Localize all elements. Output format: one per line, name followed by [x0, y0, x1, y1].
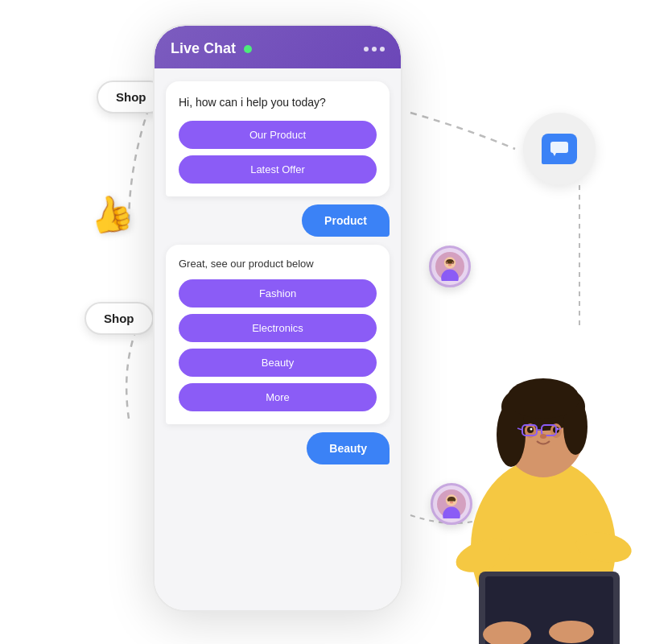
bot-bubble-2: Great, see our product below Fashion Ele… [166, 245, 390, 424]
woman-illustration [414, 258, 672, 644]
svg-point-45 [549, 621, 594, 643]
btn-our-product[interactable]: Our Product [179, 121, 377, 149]
btn-more[interactable]: More [179, 383, 377, 411]
user-bubble-beauty: Beauty [307, 432, 390, 464]
thumbs-up-icon: 👍 [84, 188, 138, 240]
btn-beauty[interactable]: Beauty [179, 349, 377, 377]
bot-message-1-text: Hi, how can i help you today? [179, 94, 377, 111]
bot-message-2-text: Great, see our product below [179, 258, 377, 270]
menu-dot-1 [364, 47, 369, 52]
user-bubble-product: Product [302, 204, 390, 237]
btn-latest-offer[interactable]: Latest Offer [179, 155, 377, 184]
btn-electronics[interactable]: Electronics [179, 314, 377, 342]
online-indicator [244, 45, 252, 53]
user-message-1-wrap: Product [166, 204, 390, 237]
chat-body: Hi, how can i help you today? Our Produc… [155, 68, 401, 610]
bot-bubble-1: Hi, how can i help you today? Our Produc… [166, 81, 390, 196]
svg-point-33 [530, 428, 533, 431]
svg-marker-1 [553, 153, 556, 156]
phone-mockup: Live Chat Hi, how can i help you today? … [153, 24, 402, 612]
btn-fashion[interactable]: Fashion [179, 279, 377, 308]
chat-menu-dots[interactable] [364, 47, 385, 52]
svg-rect-0 [550, 142, 568, 153]
chat-title: Live Chat [171, 40, 236, 57]
chat-bubble-icon [542, 134, 577, 164]
shop-badge-bottom-label: Shop [104, 312, 134, 325]
shop-badge-bottom[interactable]: Shop [85, 302, 154, 335]
chat-header: Live Chat [155, 26, 401, 68]
chat-header-left: Live Chat [171, 40, 252, 57]
main-scene: Shop Shop 👍 [0, 0, 672, 644]
menu-dot-2 [372, 47, 377, 52]
chat-icon-circle [523, 113, 596, 185]
svg-point-28 [507, 378, 579, 419]
menu-dot-3 [380, 47, 385, 52]
shop-badge-top-label: Shop [116, 90, 146, 104]
svg-point-40 [540, 434, 546, 439]
user-message-2-wrap: Beauty [166, 432, 390, 464]
